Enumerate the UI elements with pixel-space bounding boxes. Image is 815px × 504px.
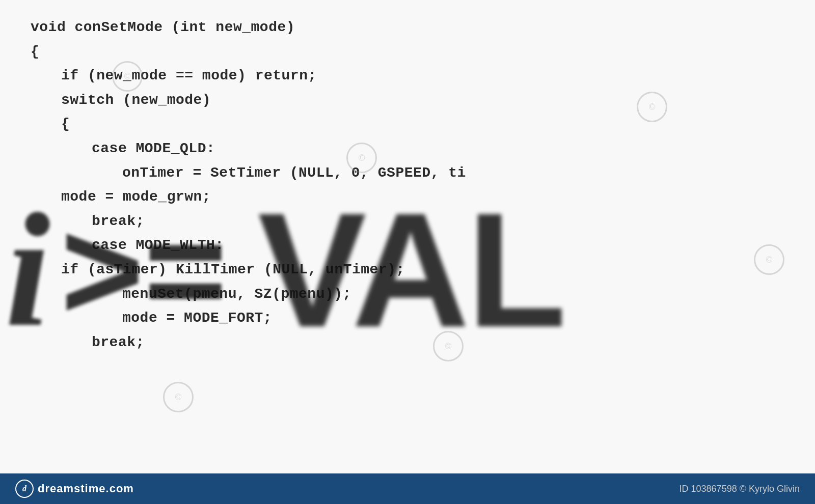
footer-logo: d dreamstime.com	[15, 480, 134, 498]
dreamstime-logo-icon: d	[15, 480, 34, 498]
logo-time: time	[80, 482, 105, 495]
id-number: 103867598	[691, 484, 737, 494]
id-label: ID	[680, 484, 689, 494]
code-line-7: onTimer = SetTimer (NULL, 0, GSPEED, ti	[31, 161, 466, 185]
code-line-3: if (new_mode == mode) return;	[31, 64, 466, 88]
code-line-6: case MODE_QLD:	[31, 136, 466, 161]
copyright-symbol: ©	[740, 484, 746, 494]
code-line-4: switch (new_mode)	[31, 88, 466, 113]
dreamstime-logo-text: dreamstime.com	[38, 482, 134, 495]
code-line-13: mode = MODE_FORT;	[31, 306, 466, 330]
logo-dreams: dreams	[38, 482, 80, 495]
code-line-10: case MODE_WLTH:	[31, 233, 466, 258]
code-line-9: break;	[31, 209, 466, 234]
watermark-circle-6: ©	[163, 382, 194, 412]
footer-id-info: ID 103867598 © Kyrylo Glivin	[680, 484, 800, 494]
watermark-circle-3: ©	[754, 244, 784, 275]
code-content: void conSetMode (int new_mode) { if (new…	[0, 0, 497, 370]
footer-bar: d dreamstime.com ID 103867598 © Kyrylo G…	[0, 473, 815, 504]
code-line-12: menuSet(pmenu, SZ(pmenu));	[31, 282, 466, 306]
logo-domain: .com	[106, 482, 134, 495]
code-line-5: {	[31, 112, 466, 136]
watermark-circle-5: ©	[637, 92, 667, 122]
code-line-2: {	[31, 40, 466, 64]
code-line-14: break;	[31, 330, 466, 355]
code-line-1: void conSetMode (int new_mode)	[31, 15, 466, 40]
code-line-8: mode = mode_grwn;	[31, 185, 466, 209]
author-name: Kyrylo Glivin	[749, 484, 800, 494]
code-background: void conSetMode (int new_mode) { if (new…	[0, 0, 815, 473]
code-line-11: if (asTimer) KillTimer (NULL, unTimer);	[31, 258, 466, 282]
